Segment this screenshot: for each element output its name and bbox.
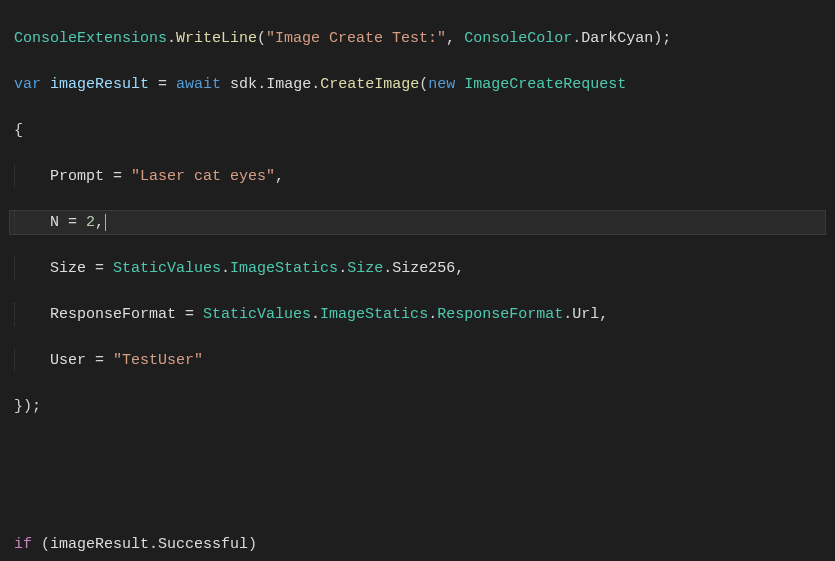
code-editor[interactable]: ConsoleExtensions.WriteLine("Image Creat… [0, 0, 835, 561]
code-line-blank[interactable] [10, 487, 825, 510]
keyword-token: var [14, 76, 41, 93]
code-line[interactable]: ResponseFormat = StaticValues.ImageStati… [10, 303, 825, 326]
variable-token: imageResult [50, 76, 149, 93]
type-token: ConsoleExtensions [14, 30, 167, 47]
property-token: Prompt [50, 168, 104, 185]
code-line-blank[interactable] [10, 441, 825, 464]
string-token: "Image Create Test:" [266, 30, 446, 47]
number-token: 2 [86, 214, 95, 231]
code-line[interactable]: Prompt = "Laser cat eyes", [10, 165, 825, 188]
code-line[interactable]: { [10, 119, 825, 142]
text-caret [105, 214, 106, 231]
code-line[interactable]: if (imageResult.Successful) [10, 533, 825, 556]
method-token: WriteLine [176, 30, 257, 47]
code-line[interactable]: ConsoleExtensions.WriteLine("Image Creat… [10, 27, 825, 50]
code-line[interactable]: Size = StaticValues.ImageStatics.Size.Si… [10, 257, 825, 280]
code-line[interactable]: var imageResult = await sdk.Image.Create… [10, 73, 825, 96]
brace-token: { [14, 122, 23, 139]
code-line[interactable]: }); [10, 395, 825, 418]
code-line-current[interactable]: N = 2, [10, 211, 825, 234]
code-line[interactable]: User = "TestUser" [10, 349, 825, 372]
control-token: if [14, 536, 32, 553]
